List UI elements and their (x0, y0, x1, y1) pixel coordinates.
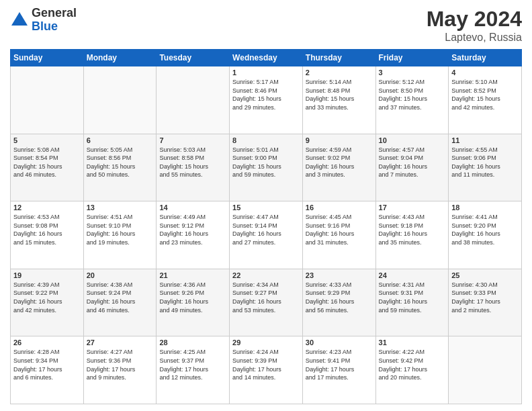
col-header-saturday: Saturday (449, 50, 522, 66)
day-cell: 11Sunrise: 4:55 AM Sunset: 9:06 PM Dayli… (449, 134, 522, 201)
week-row-2: 5Sunrise: 5:08 AM Sunset: 8:54 PM Daylig… (11, 134, 522, 201)
day-cell: 20Sunrise: 4:38 AM Sunset: 9:24 PM Dayli… (83, 269, 157, 336)
day-info: Sunrise: 5:05 AM Sunset: 8:56 PM Dayligh… (87, 146, 154, 179)
day-info: Sunrise: 5:17 AM Sunset: 8:46 PM Dayligh… (232, 78, 300, 111)
day-number: 20 (87, 271, 154, 279)
header: General Blue May 2024 Laptevo, Russia (10, 7, 522, 44)
title-block: May 2024 Laptevo, Russia (427, 7, 522, 44)
day-number: 24 (379, 271, 446, 279)
day-cell: 21Sunrise: 4:36 AM Sunset: 9:26 PM Dayli… (157, 269, 230, 336)
logo-icon (10, 11, 29, 30)
day-cell: 12Sunrise: 4:53 AM Sunset: 9:08 PM Dayli… (11, 201, 84, 269)
col-header-wednesday: Wednesday (230, 50, 303, 66)
day-number: 7 (159, 136, 226, 144)
col-header-thursday: Thursday (302, 50, 375, 66)
col-header-monday: Monday (83, 50, 157, 66)
day-cell: 17Sunrise: 4:43 AM Sunset: 9:18 PM Dayli… (375, 201, 449, 269)
calendar-title: May 2024 (427, 7, 522, 32)
day-cell: 22Sunrise: 4:34 AM Sunset: 9:27 PM Dayli… (230, 269, 303, 336)
day-info: Sunrise: 4:31 AM Sunset: 9:31 PM Dayligh… (379, 281, 446, 314)
svg-rect-1 (17, 21, 22, 26)
day-cell (83, 66, 157, 134)
day-number: 16 (306, 203, 373, 212)
week-row-1: 1Sunrise: 5:17 AM Sunset: 8:46 PM Daylig… (11, 66, 522, 134)
day-cell: 5Sunrise: 5:08 AM Sunset: 8:54 PM Daylig… (11, 134, 84, 201)
day-number: 12 (13, 203, 81, 212)
col-header-sunday: Sunday (11, 50, 84, 66)
day-cell: 18Sunrise: 4:41 AM Sunset: 9:20 PM Dayli… (449, 201, 522, 269)
day-cell: 13Sunrise: 4:51 AM Sunset: 9:10 PM Dayli… (83, 201, 157, 269)
day-number: 21 (159, 271, 226, 279)
day-cell: 26Sunrise: 4:28 AM Sunset: 9:34 PM Dayli… (11, 336, 84, 404)
day-info: Sunrise: 5:03 AM Sunset: 8:58 PM Dayligh… (159, 146, 226, 179)
day-info: Sunrise: 5:12 AM Sunset: 8:50 PM Dayligh… (379, 78, 446, 111)
day-number: 18 (451, 203, 519, 212)
day-cell: 2Sunrise: 5:14 AM Sunset: 8:48 PM Daylig… (302, 66, 375, 134)
day-number: 17 (379, 203, 446, 212)
day-info: Sunrise: 4:55 AM Sunset: 9:06 PM Dayligh… (451, 146, 519, 179)
day-number: 30 (306, 338, 373, 347)
day-info: Sunrise: 4:47 AM Sunset: 9:14 PM Dayligh… (232, 213, 300, 246)
col-header-tuesday: Tuesday (157, 50, 230, 66)
day-number: 8 (232, 136, 300, 144)
day-info: Sunrise: 4:45 AM Sunset: 9:16 PM Dayligh… (306, 213, 373, 246)
day-cell: 14Sunrise: 4:49 AM Sunset: 9:12 PM Dayli… (157, 201, 230, 269)
day-number: 19 (13, 271, 81, 279)
day-cell: 23Sunrise: 4:33 AM Sunset: 9:29 PM Dayli… (302, 269, 375, 336)
day-number: 11 (451, 136, 519, 144)
day-info: Sunrise: 4:25 AM Sunset: 9:37 PM Dayligh… (159, 348, 226, 381)
day-number: 4 (451, 68, 519, 77)
day-info: Sunrise: 4:41 AM Sunset: 9:20 PM Dayligh… (451, 213, 519, 246)
day-info: Sunrise: 4:36 AM Sunset: 9:26 PM Dayligh… (159, 281, 226, 314)
day-info: Sunrise: 5:08 AM Sunset: 8:54 PM Dayligh… (13, 146, 81, 179)
day-cell (11, 66, 84, 134)
day-info: Sunrise: 4:39 AM Sunset: 9:22 PM Dayligh… (13, 281, 81, 314)
day-number: 9 (306, 136, 373, 144)
day-info: Sunrise: 4:23 AM Sunset: 9:41 PM Dayligh… (306, 348, 373, 381)
day-cell: 10Sunrise: 4:57 AM Sunset: 9:04 PM Dayli… (375, 134, 449, 201)
day-cell: 27Sunrise: 4:27 AM Sunset: 9:36 PM Dayli… (83, 336, 157, 404)
day-info: Sunrise: 4:38 AM Sunset: 9:24 PM Dayligh… (87, 281, 154, 314)
day-cell: 29Sunrise: 4:24 AM Sunset: 9:39 PM Dayli… (230, 336, 303, 404)
day-info: Sunrise: 4:57 AM Sunset: 9:04 PM Dayligh… (379, 146, 446, 179)
day-cell: 7Sunrise: 5:03 AM Sunset: 8:58 PM Daylig… (157, 134, 230, 201)
day-cell: 31Sunrise: 4:22 AM Sunset: 9:42 PM Dayli… (375, 336, 449, 404)
day-cell: 25Sunrise: 4:30 AM Sunset: 9:33 PM Dayli… (449, 269, 522, 336)
day-cell: 1Sunrise: 5:17 AM Sunset: 8:46 PM Daylig… (230, 66, 303, 134)
day-info: Sunrise: 4:24 AM Sunset: 9:39 PM Dayligh… (232, 348, 300, 381)
day-cell: 6Sunrise: 5:05 AM Sunset: 8:56 PM Daylig… (83, 134, 157, 201)
day-number: 29 (232, 338, 300, 347)
day-info: Sunrise: 5:10 AM Sunset: 8:52 PM Dayligh… (451, 78, 519, 111)
day-number: 22 (232, 271, 300, 279)
day-number: 23 (306, 271, 373, 279)
calendar-location: Laptevo, Russia (427, 32, 522, 44)
day-info: Sunrise: 5:14 AM Sunset: 8:48 PM Dayligh… (306, 78, 373, 111)
day-info: Sunrise: 4:43 AM Sunset: 9:18 PM Dayligh… (379, 213, 446, 246)
day-number: 15 (232, 203, 300, 212)
day-number: 5 (13, 136, 81, 144)
day-info: Sunrise: 4:28 AM Sunset: 9:34 PM Dayligh… (13, 348, 81, 381)
day-info: Sunrise: 4:33 AM Sunset: 9:29 PM Dayligh… (306, 281, 373, 314)
week-row-5: 26Sunrise: 4:28 AM Sunset: 9:34 PM Dayli… (11, 336, 522, 404)
day-number: 2 (306, 68, 373, 77)
day-cell: 28Sunrise: 4:25 AM Sunset: 9:37 PM Dayli… (157, 336, 230, 404)
day-cell: 9Sunrise: 4:59 AM Sunset: 9:02 PM Daylig… (302, 134, 375, 201)
day-cell: 4Sunrise: 5:10 AM Sunset: 8:52 PM Daylig… (449, 66, 522, 134)
day-info: Sunrise: 4:34 AM Sunset: 9:27 PM Dayligh… (232, 281, 300, 314)
day-cell: 24Sunrise: 4:31 AM Sunset: 9:31 PM Dayli… (375, 269, 449, 336)
day-number: 6 (87, 136, 154, 144)
logo-text: General Blue (32, 7, 77, 34)
day-info: Sunrise: 4:51 AM Sunset: 9:10 PM Dayligh… (87, 213, 154, 246)
day-cell: 3Sunrise: 5:12 AM Sunset: 8:50 PM Daylig… (375, 66, 449, 134)
day-info: Sunrise: 4:22 AM Sunset: 9:42 PM Dayligh… (379, 348, 446, 381)
col-header-friday: Friday (375, 50, 449, 66)
day-number: 1 (232, 68, 300, 77)
week-row-4: 19Sunrise: 4:39 AM Sunset: 9:22 PM Dayli… (11, 269, 522, 336)
day-number: 10 (379, 136, 446, 144)
day-number: 13 (87, 203, 154, 212)
day-number: 26 (13, 338, 81, 347)
day-number: 3 (379, 68, 446, 77)
day-number: 31 (379, 338, 446, 347)
day-cell: 8Sunrise: 5:01 AM Sunset: 9:00 PM Daylig… (230, 134, 303, 201)
day-info: Sunrise: 5:01 AM Sunset: 9:00 PM Dayligh… (232, 146, 300, 179)
